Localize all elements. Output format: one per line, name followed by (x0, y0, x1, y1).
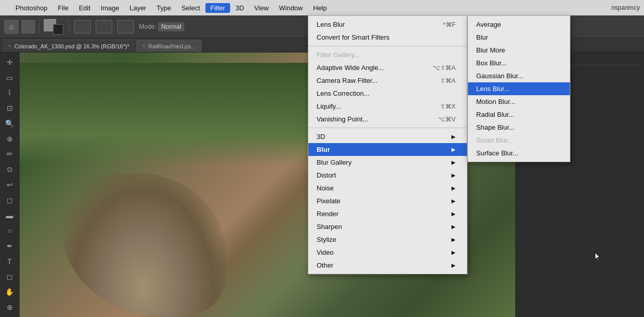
blur-blur[interactable]: Blur (468, 31, 570, 44)
background-color[interactable] (53, 24, 63, 34)
blur-surface[interactable]: Surface Blur... (468, 147, 570, 160)
filter-pixelate-label: Pixelate (317, 197, 340, 205)
filter-adaptive-wide-angle[interactable]: Adaptive Wide Angle... ⌥⇧⌘A (308, 61, 467, 74)
blur-average[interactable]: Average (468, 18, 570, 31)
blur-radial[interactable]: Radial Blur... (468, 108, 570, 121)
text-tool[interactable]: T (3, 255, 17, 268)
filter-lens-blur[interactable]: Lens Blur ^⌘F (308, 18, 467, 31)
menu-sep-1 (308, 46, 467, 46)
filter-video-label: Video (317, 249, 334, 256)
toolbar-box-3[interactable] (117, 20, 134, 33)
blur-smart: Smart Blur... (468, 134, 570, 147)
filter-sharpen-label: Sharpen (317, 223, 342, 231)
menu-file[interactable]: File (53, 3, 74, 13)
filter-distort[interactable]: Distort ▶ (308, 169, 467, 182)
home-button[interactable]: ⌂ (4, 20, 19, 34)
filter-vanishing-point-label: Vanishing Point... (317, 115, 368, 123)
menu-help[interactable]: Help (308, 3, 332, 13)
menu-window[interactable]: Window (274, 3, 308, 13)
filter-noise[interactable]: Noise ▶ (308, 182, 467, 195)
filter-3d[interactable]: 3D ▶ (308, 130, 467, 143)
blur-shape[interactable]: Shape Blur... (468, 121, 570, 134)
menu-type[interactable]: Type (151, 3, 176, 13)
filter-lens-correction[interactable]: Lens Correction... (308, 87, 467, 100)
mode-value[interactable]: Normal (158, 22, 184, 31)
filter-gallery-label: Filter Gallery... (317, 51, 360, 59)
tab-label-2: RailRoadYard.ps... (148, 43, 196, 49)
tab-close-1[interactable]: × (8, 43, 11, 49)
filter-camera-raw-label: Camera Raw Filter... (317, 77, 377, 84)
gradient-tool[interactable]: ▬ (3, 209, 17, 222)
toolbar-box-2[interactable] (96, 20, 112, 33)
menu-photoshop[interactable]: Photoshop (10, 3, 53, 13)
filter-lens-correction-label: Lens Correction... (317, 90, 370, 97)
filter-sharpen[interactable]: Sharpen ▶ (308, 220, 467, 233)
filter-blur-arrow: ▶ (451, 147, 456, 152)
mode-selector[interactable]: Mode: Normal (139, 22, 184, 31)
blur-gaussian[interactable]: Gaussian Blur... (468, 69, 570, 82)
tool-preset-selector[interactable] (22, 20, 35, 33)
color-swatches[interactable] (44, 19, 63, 34)
menu-view[interactable]: View (249, 3, 274, 13)
filter-adaptive-wide-angle-label: Adaptive Wide Angle... (317, 64, 384, 72)
filter-video[interactable]: Video ▶ (308, 246, 467, 259)
healing-tool[interactable]: ⊕ (3, 132, 17, 146)
menu-filter[interactable]: Filter (205, 3, 231, 13)
filter-render[interactable]: Render ▶ (308, 207, 467, 220)
menu-3d[interactable]: 3D (230, 3, 249, 13)
tab-close-2[interactable]: × (142, 43, 145, 49)
pen-tool[interactable]: ✒ (3, 239, 17, 253)
eyedropper-tool[interactable]: 🔍 (3, 117, 17, 130)
clone-tool[interactable]: ⊙ (3, 163, 17, 176)
tab-railroadyard[interactable]: × RailRoadYard.ps... (136, 40, 202, 52)
filter-sharpen-arrow: ▶ (451, 224, 456, 230)
filter-3d-arrow: ▶ (451, 134, 456, 139)
blur-lens[interactable]: Lens Blur... (468, 82, 570, 95)
blur-more[interactable]: Blur More (468, 44, 570, 57)
filter-convert-smart[interactable]: Convert for Smart Filters (308, 31, 467, 44)
filter-blur[interactable]: Blur ▶ (308, 143, 467, 156)
crop-tool[interactable]: ⊡ (3, 101, 17, 115)
filter-liquify[interactable]: Liquify... ⇧⌘X (308, 100, 467, 113)
brush-tool[interactable]: ✏ (3, 148, 17, 161)
selection-tool[interactable]: ▭ (3, 71, 17, 84)
shape-tool[interactable]: ◻ (3, 270, 17, 284)
menu-sep-2 (308, 128, 467, 128)
tab-label-1: Colorado_AK_1300.psd @ 16.3% (RGB/16*)* (14, 43, 129, 49)
filter-pixelate[interactable]: Pixelate ▶ (308, 195, 467, 207)
filter-render-label: Render (317, 210, 339, 218)
tab-colorado[interactable]: × Colorado_AK_1300.psd @ 16.3% (RGB/16*)… (2, 40, 136, 52)
menu-image[interactable]: Image (96, 3, 125, 13)
move-tool[interactable]: ✛ (3, 56, 17, 69)
history-tool[interactable]: ↩ (3, 178, 17, 191)
zoom-tool[interactable]: ⊕ (3, 301, 17, 314)
menu-select[interactable]: Select (176, 3, 205, 13)
filter-blur-label: Blur (317, 146, 330, 153)
toolbar-divider-2 (68, 21, 69, 33)
toolbar-divider (39, 21, 40, 33)
eraser-tool[interactable]: ◻ (3, 193, 17, 207)
toolbar-box-1[interactable] (74, 20, 91, 33)
filter-liquify-shortcut: ⇧⌘X (440, 103, 456, 110)
menubar-right-text: nsparency (612, 4, 640, 11)
lasso-tool[interactable]: ⌇ (3, 86, 17, 100)
filter-render-arrow: ▶ (451, 211, 456, 217)
filter-distort-label: Distort (317, 171, 336, 179)
filter-vanishing-point[interactable]: Vanishing Point... ⌥⌘V (308, 113, 467, 126)
menu-layer[interactable]: Layer (125, 3, 152, 13)
menubar: Photoshop File Edit Image Layer Type Sel… (0, 0, 644, 15)
dodge-tool[interactable]: ○ (3, 224, 17, 237)
filter-blur-gallery[interactable]: Blur Gallery ▶ (308, 156, 467, 169)
filter-blur-gallery-label: Blur Gallery (317, 158, 352, 166)
blur-box[interactable]: Box Blur... (468, 57, 570, 69)
filter-gallery: Filter Gallery... (308, 48, 467, 61)
filter-lens-blur-shortcut: ^⌘F (443, 21, 456, 28)
mode-label: Mode: (139, 23, 156, 30)
hand-tool[interactable]: ✋ (3, 285, 17, 298)
filter-stylize[interactable]: Stylize ▶ (308, 233, 467, 246)
filter-camera-raw[interactable]: Camera Raw Filter... ⇧⌘A (308, 74, 467, 87)
filter-other-arrow: ▶ (451, 262, 456, 268)
menu-edit[interactable]: Edit (74, 3, 95, 13)
filter-other[interactable]: Other ▶ (308, 259, 467, 272)
blur-motion[interactable]: Motion Blur... (468, 95, 570, 108)
